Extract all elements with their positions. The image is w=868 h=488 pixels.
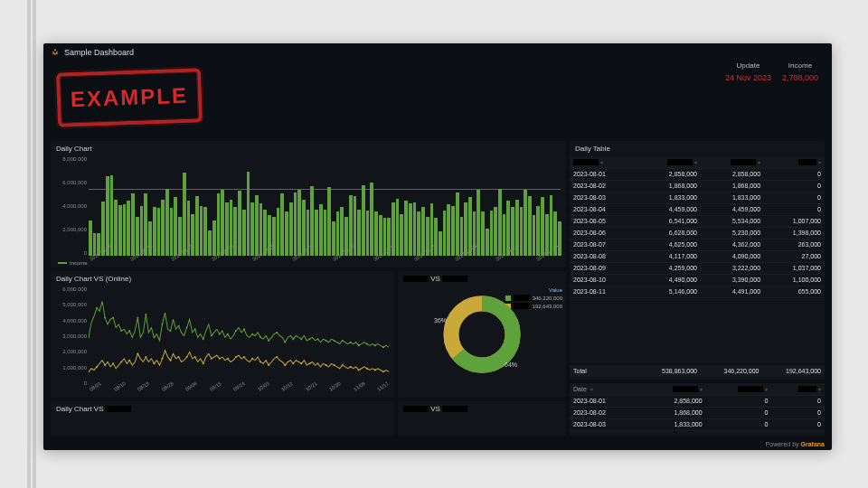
panel-title: VS [398,401,566,417]
svg-point-63 [300,362,302,364]
panel-vs2[interactable]: VS [398,401,566,436]
kpi-income-value: 2,788,000 [782,73,818,82]
svg-point-26 [300,338,302,340]
svg-point-56 [243,356,245,358]
svg-point-22 [268,340,269,342]
svg-point-9 [161,324,163,325]
kpi-income-label: Income [782,61,818,70]
svg-point-64 [308,362,310,364]
svg-point-2 [104,317,106,319]
panel-title: Daily Chart [51,141,566,156]
svg-point-54 [227,358,229,360]
filter-icon[interactable]: ▾ [590,387,593,392]
panel-daily-bar[interactable]: Daily Chart 8,000,0006,000,0004,000,0002… [51,141,566,267]
bar-series [89,158,561,256]
panel-total-row: Total538,863,000346,220,000192,643,000 [570,365,825,380]
table-row[interactable]: 2023-08-012,858,0002,858,0000 [570,168,825,180]
table-row[interactable]: 2023-08-021,868,00000 [570,407,825,418]
panel-daily-line[interactable]: Daily Chart VS (Online) 6,000,0005,000,0… [51,271,394,398]
svg-point-61 [284,364,286,366]
svg-point-11 [178,325,180,327]
table-row[interactable]: 2023-08-021,868,0001,868,0000 [570,180,825,192]
svg-point-4 [120,330,122,332]
svg-point-31 [342,340,344,342]
table-row[interactable]: 2023-08-084,117,0004,090,00027,000 [570,250,825,262]
svg-point-66 [326,364,327,366]
x-axis: 2023-08-062023-08-162023-08-262023-09-05… [89,258,561,268]
table-row[interactable]: 2023-08-104,490,0003,390,0001,100,000 [570,274,825,286]
svg-point-51 [203,362,204,364]
panel-title: Daily Chart VS [51,401,394,417]
panel-title: VS [398,271,566,286]
svg-point-71 [366,368,368,370]
svg-point-72 [374,370,376,371]
svg-point-21 [259,336,261,338]
grafana-wordmark: Grafana [801,441,825,447]
page-title: Sample Dashboard [64,48,134,57]
svg-point-45 [153,362,155,364]
svg-point-57 [251,358,253,360]
panel-donut[interactable]: VS Value 346,220,000 192,643,000 36% 64% [398,271,566,398]
svg-point-52 [211,358,212,360]
svg-point-24 [284,342,286,343]
y-axis: 6,000,0005,000,0004,000,0003,000,0002,00… [52,286,87,386]
kpi-update-value: 24 Nov 2023 [725,73,771,82]
svg-point-58 [259,361,261,362]
table-row[interactable]: 2023-08-031,833,0001,833,0000 [570,192,825,203]
donut-pct-a: 64% [505,361,517,368]
svg-point-3 [112,317,114,319]
svg-point-29 [326,340,327,342]
table-row[interactable]: 2023-08-115,146,0004,491,000655,000 [570,286,825,297]
table-row[interactable]: 2023-08-031,833,00000 [570,418,825,430]
svg-point-49 [186,356,188,358]
table-row[interactable]: 2023-08-066,628,0005,230,0001,398,000 [570,227,825,239]
table-row[interactable]: 2023-08-074,625,0004,362,000263,000 [570,239,825,250]
svg-point-41 [120,361,122,362]
table-row[interactable]: 2023-08-044,459,0004,459,0000 [570,203,825,215]
svg-point-35 [374,344,376,346]
svg-point-30 [334,340,335,342]
svg-point-7 [145,314,146,315]
svg-point-38 [96,366,98,368]
svg-point-10 [170,330,172,332]
svg-point-69 [350,366,352,368]
svg-point-65 [316,362,318,364]
svg-point-50 [194,356,196,358]
svg-point-34 [366,343,368,345]
svg-point-48 [178,356,180,358]
svg-point-40 [112,362,114,364]
svg-point-20 [251,333,253,335]
table-row[interactable]: 2023-08-056,541,0005,534,0001,007,000 [570,215,825,227]
svg-point-59 [268,364,269,366]
daily-table: ▾▾▾▾ 2023-08-012,858,0002,858,00002023-0… [570,156,825,298]
svg-point-67 [334,364,335,366]
svg-point-60 [276,356,278,358]
svg-point-15 [211,335,212,337]
svg-point-36 [382,346,384,348]
svg-point-42 [128,360,130,361]
table2: Date ▾▾▾▾ 2023-08-012,858,000002023-08-0… [570,383,825,431]
legend: Income [58,260,88,266]
x-axis: 08/0108/1008/1908/2809/0609/1509/2410/03… [89,388,389,399]
table-row[interactable]: 2023-08-094,259,0003,222,0001,037,000 [570,262,825,274]
svg-point-46 [161,358,163,360]
svg-point-73 [382,371,384,372]
panel-table2[interactable]: Date ▾▾▾▾ 2023-08-012,858,000002023-08-0… [570,383,825,436]
svg-point-70 [358,370,360,371]
panel-daily-bar2[interactable]: Daily Chart VS [51,401,394,436]
svg-point-44 [145,356,146,358]
kpi-block: Update 24 Nov 2023 Income 2,788,000 [725,61,818,82]
svg-point-13 [194,328,196,330]
svg-point-53 [219,358,221,360]
svg-point-16 [219,333,221,335]
filter-icon[interactable]: ▾ [600,160,603,165]
panel-title: Daily Table [570,141,825,156]
kpi-update-label: Update [725,61,771,70]
svg-point-14 [203,338,204,340]
svg-point-33 [358,344,360,346]
panel-daily-table[interactable]: Daily Table ▾▾▾▾ 2023-08-012,858,0002,85… [570,141,825,363]
y-axis: 8,000,0006,000,0004,000,0002,000,0000 [52,156,87,256]
table-row[interactable]: 2023-08-012,858,00000 [570,395,825,407]
svg-point-12 [186,326,188,328]
svg-point-28 [316,338,318,340]
